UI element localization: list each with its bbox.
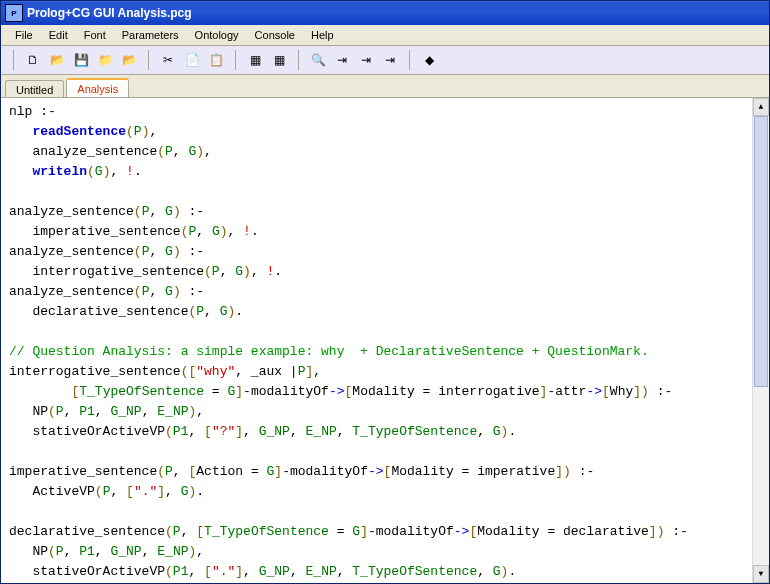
menu-help[interactable]: Help (303, 27, 342, 43)
new-file-icon[interactable]: 🗋 (22, 49, 44, 71)
token-punc: ( (134, 284, 142, 299)
token-plain: stativeOrActiveVP (9, 564, 165, 579)
run-2-icon[interactable]: ▦ (268, 49, 290, 71)
token-punc: ) (220, 224, 228, 239)
menu-file[interactable]: File (7, 27, 41, 43)
token-punc: ( (48, 404, 56, 419)
code-line[interactable] (9, 502, 761, 522)
token-punc: ] (633, 384, 641, 399)
toolbar-separator (148, 50, 149, 70)
token-var: P (212, 264, 220, 279)
code-line[interactable]: readSentence(P), (9, 122, 761, 142)
code-line[interactable]: analyze_sentence(P, G) :- (9, 242, 761, 262)
menu-ontology[interactable]: Ontology (187, 27, 247, 43)
token-var: G (181, 484, 189, 499)
tab-untitled[interactable]: Untitled (5, 80, 64, 98)
token-plain: . (508, 424, 516, 439)
code-line[interactable]: NP(P, P1, G_NP, E_NP), (9, 402, 761, 422)
vertical-scrollbar[interactable]: ▲ ▼ (752, 98, 769, 583)
token-punc: [ (204, 424, 212, 439)
code-editor[interactable]: nlp :- readSentence(P), analyze_sentence… (1, 97, 769, 583)
open-file-icon[interactable]: 📂 (46, 49, 68, 71)
token-plain: . (134, 164, 142, 179)
token-plain: , (243, 564, 259, 579)
menu-edit[interactable]: Edit (41, 27, 76, 43)
token-var: P (56, 544, 64, 559)
code-line[interactable]: declarative_sentence(P, [T_TypeOfSentenc… (9, 522, 761, 542)
code-line[interactable]: interrogative_sentence(P, G), !. (9, 262, 761, 282)
token-plain: , (142, 544, 158, 559)
token-plain: , (477, 424, 493, 439)
tab-analysis[interactable]: Analysis (66, 78, 129, 97)
token-plain: nlp :- (9, 104, 56, 119)
run-1-icon[interactable]: ▦ (244, 49, 266, 71)
token-plain: imperative_sentence (9, 224, 181, 239)
code-line[interactable]: NP(P, P1, G_NP, E_NP), (9, 542, 761, 562)
token-punc: ( (165, 424, 173, 439)
folder-plus-icon[interactable]: 📁 (94, 49, 116, 71)
menu-parameters[interactable]: Parameters (114, 27, 187, 43)
scroll-up-button[interactable]: ▲ (753, 98, 769, 116)
code-line[interactable] (9, 322, 761, 342)
token-punc: ] (235, 424, 243, 439)
cut-icon[interactable]: ✂ (157, 49, 179, 71)
code-line[interactable]: analyze_sentence(P, G) :- (9, 282, 761, 302)
code-line[interactable]: [T_TypeOfSentence = G]-modalityOf->[Moda… (9, 382, 761, 402)
code-line[interactable]: declarative_sentence(P, G). (9, 302, 761, 322)
token-var: P (56, 404, 64, 419)
find-icon[interactable]: 🔍 (307, 49, 329, 71)
token-plain: :- (664, 524, 687, 539)
code-line[interactable]: // Question Analysis: a simple example: … (9, 342, 761, 362)
help-icon[interactable]: ◆ (418, 49, 440, 71)
toolbar: 🗋📂💾📁📂✂📄📋▦▦🔍⇥⇥⇥◆ (1, 46, 769, 75)
menu-font[interactable]: Font (76, 27, 114, 43)
step-2-icon[interactable]: ⇥ (355, 49, 377, 71)
code-line[interactable]: stativeOrActiveVP(P1, ["."], G_NP, E_NP,… (9, 562, 761, 582)
token-punc: ( (204, 264, 212, 279)
toolbar-separator (13, 50, 14, 70)
menu-console[interactable]: Console (247, 27, 303, 43)
code-line[interactable] (9, 442, 761, 462)
token-var: G (165, 284, 173, 299)
code-line[interactable]: ActiveVP(P, ["."], G). (9, 482, 761, 502)
token-plain: , (142, 404, 158, 419)
token-punc: ] (360, 524, 368, 539)
token-plain: , _aux | (235, 364, 297, 379)
token-plain: analyze_sentence (9, 284, 134, 299)
code-line[interactable]: analyze_sentence(P, G) :- (9, 202, 761, 222)
token-plain: analyze_sentence (9, 204, 134, 219)
code-line[interactable]: analyze_sentence(P, G), (9, 142, 761, 162)
code-line[interactable]: imperative_sentence(P, G), !. (9, 222, 761, 242)
token-punc: ) (563, 464, 571, 479)
scroll-track[interactable] (753, 116, 769, 565)
titlebar[interactable]: P Prolog+CG GUI Analysis.pcg (1, 1, 769, 25)
code-line[interactable]: interrogative_sentence(["why", _aux |P], (9, 362, 761, 382)
token-plain: , (290, 564, 306, 579)
token-punc: ] (555, 464, 563, 479)
token-plain: Modality = declarative (477, 524, 649, 539)
app-window: P Prolog+CG GUI Analysis.pcg FileEditFon… (0, 0, 770, 584)
folder-open-icon[interactable]: 📂 (118, 49, 140, 71)
token-cmt: // Question Analysis: a simple example: … (9, 344, 649, 359)
scroll-down-button[interactable]: ▼ (753, 565, 769, 583)
token-plain: , (64, 544, 80, 559)
code-line[interactable]: imperative_sentence(P, [Action = G]-moda… (9, 462, 761, 482)
token-punc: ] (235, 564, 243, 579)
code-line[interactable]: nlp :- (9, 102, 761, 122)
scroll-thumb[interactable] (754, 116, 768, 387)
token-plain: Action = (196, 464, 266, 479)
token-var: G (493, 424, 501, 439)
code-line[interactable]: stativeOrActiveVP(P1, ["?"], G_NP, E_NP,… (9, 422, 761, 442)
token-plain: , (196, 224, 212, 239)
paste-icon[interactable]: 📋 (205, 49, 227, 71)
token-var: T_TypeOfSentence (79, 384, 204, 399)
token-plain: , (95, 404, 111, 419)
token-kw: readSentence (32, 124, 126, 139)
step-3-icon[interactable]: ⇥ (379, 49, 401, 71)
step-1-icon[interactable]: ⇥ (331, 49, 353, 71)
code-line[interactable]: writeln(G), !. (9, 162, 761, 182)
save-icon[interactable]: 💾 (70, 49, 92, 71)
code-line[interactable] (9, 182, 761, 202)
copy-icon[interactable]: 📄 (181, 49, 203, 71)
token-punc: ) (173, 244, 181, 259)
